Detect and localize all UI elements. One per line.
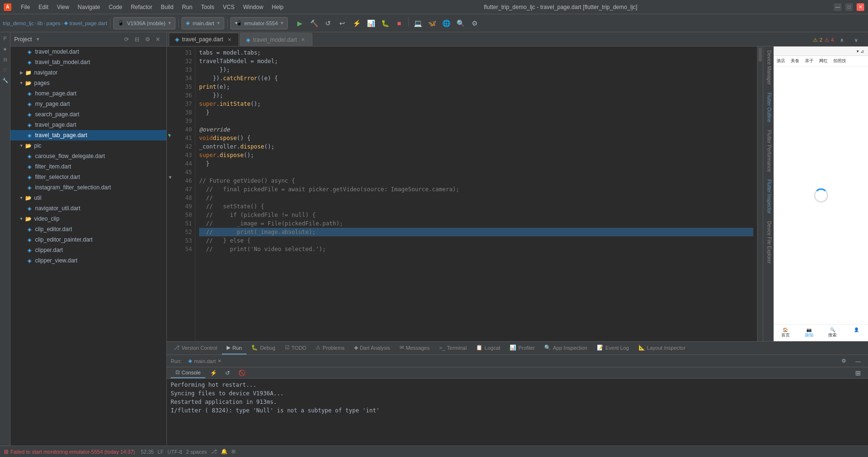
tab-event-log[interactable]: 📝 Event Log — [592, 342, 634, 354]
list-item[interactable]: ◈ filter_selector.dart — [10, 172, 166, 182]
editor-scrollbar[interactable] — [757, 47, 763, 341]
reload-button[interactable]: ↺ — [322, 17, 334, 29]
search-toolbar-button[interactable]: 🔍 — [454, 17, 466, 29]
tab-run[interactable]: ▶ Run — [222, 342, 247, 354]
status-encoding[interactable]: UTF-8 — [167, 449, 182, 455]
run-close-icon[interactable]: ✕ — [218, 358, 221, 364]
tab-travel-model[interactable]: ◈ travel_model.dart ✕ — [240, 33, 313, 46]
device-mgr-button[interactable]: 💻 — [411, 17, 424, 29]
list-item[interactable]: ▼ 📂 video_clip — [10, 214, 166, 224]
status-line-ending[interactable]: LF — [157, 449, 164, 455]
status-indent[interactable]: 2 spaces — [186, 449, 207, 455]
tab-messages[interactable]: ✉ Messages — [395, 342, 434, 354]
build-button[interactable]: 🔨 — [308, 17, 320, 29]
flutter-inspector-panel[interactable]: Flutter Inspector — [763, 176, 773, 217]
nav-search[interactable]: 🔍 搜索 — [821, 325, 845, 341]
console-tab[interactable]: ⊡ Console — [171, 368, 205, 378]
phone-tab[interactable]: 酒店 — [774, 56, 788, 66]
menu-run[interactable]: Run — [178, 3, 196, 11]
menu-view[interactable]: View — [53, 3, 73, 11]
run-settings-btn[interactable]: ⚙ — [838, 355, 850, 367]
debug-button[interactable]: 🐛 — [379, 17, 391, 29]
menu-code[interactable]: Code — [105, 3, 126, 11]
list-item[interactable]: ◈ clipper_view.dart — [10, 255, 166, 266]
maximize-button[interactable]: □ — [845, 3, 853, 11]
device-file-explorer-panel[interactable]: Device File Explorer — [763, 217, 773, 267]
list-item[interactable]: ◈ my_page.dart — [10, 99, 166, 109]
flutter-performance-panel[interactable]: Flutter Performance — [763, 126, 773, 176]
sync-icon[interactable]: ⟳ — [122, 35, 131, 44]
tab-terminal[interactable]: >_ Terminal — [434, 342, 471, 354]
status-position[interactable]: 52:35 — [141, 449, 154, 455]
tab-travel-page[interactable]: ◈ travel_page.dart ✕ — [169, 33, 239, 46]
scrollbar-thumb[interactable] — [758, 47, 762, 62]
flutter-outline-panel[interactable]: Flutter Outline — [763, 89, 773, 126]
settings-panel-icon[interactable]: ⚙ — [143, 35, 152, 44]
tab-dart-analysis[interactable]: ◆ Dart Analysis — [349, 342, 395, 354]
list-item[interactable]: ▶ 📁 navigator — [10, 67, 166, 78]
list-item[interactable]: ◈ travel_page.dart — [10, 120, 166, 130]
minimize-button[interactable]: — — [834, 3, 841, 11]
file-tree[interactable]: ◈ travel_model.dart ◈ travel_tab_model.d… — [10, 47, 166, 446]
reload-console-btn[interactable]: ↺ — [221, 367, 234, 379]
breadcrumb-root[interactable]: trip_demo_ljc — [3, 20, 34, 26]
list-item[interactable]: ◈ travel_tab_model.dart — [10, 57, 166, 67]
collapse-all-icon[interactable]: ⊟ — [132, 35, 142, 44]
tab-version-control[interactable]: ⎇ Version Control — [169, 342, 222, 354]
emulator-selector[interactable]: 📲 emulator-5554 ▾ — [230, 17, 288, 29]
lightning-button[interactable]: ⚡ — [350, 17, 363, 29]
tab-logcat[interactable]: 📋 Logcat — [471, 342, 505, 354]
menu-build[interactable]: Build — [157, 3, 177, 11]
phone-tab[interactable]: 亲子 — [802, 56, 816, 66]
settings-button[interactable]: ⚙ — [468, 17, 481, 29]
menu-vcs[interactable]: VCS — [219, 3, 238, 11]
project-dropdown-icon[interactable]: ▾ — [37, 36, 39, 42]
list-item[interactable]: ◈ filter_item.dart — [10, 161, 166, 172]
menu-help[interactable]: Help — [268, 3, 287, 11]
menu-refactor[interactable]: Refactor — [127, 3, 156, 11]
expand-warnings-btn[interactable]: ∧ — [836, 34, 848, 46]
stop-console-btn[interactable]: 🚫 — [236, 367, 248, 379]
stop-button[interactable]: ■ — [393, 17, 405, 29]
menu-file[interactable]: File — [17, 3, 34, 11]
tab-problems[interactable]: ⚠ Problems — [311, 342, 349, 354]
nav-photo[interactable]: 📷 旅拍 — [797, 325, 821, 341]
list-item[interactable]: ◈ clipper.dart — [10, 245, 166, 255]
list-item[interactable]: ◈ carouse_flow_delegate.dart — [10, 151, 166, 161]
collapse-warnings-btn[interactable]: ∨ — [850, 34, 862, 46]
lightning-console-btn[interactable]: ⚡ — [207, 367, 219, 379]
status-layout-icon[interactable]: ⊞ — [231, 448, 236, 455]
expand-console-btn[interactable]: ⊞ — [852, 367, 864, 379]
run-button[interactable]: ▶ — [293, 17, 306, 29]
status-notifications-icon[interactable]: 🔔 — [221, 448, 228, 455]
structure-icon[interactable]: ⊟ — [1, 55, 9, 64]
phone-tab[interactable]: 网红 — [816, 56, 831, 66]
list-item[interactable]: ◈ clip_editor.dart — [10, 224, 166, 234]
tab-layout-inspector[interactable]: 📐 Layout Inspector — [634, 342, 690, 354]
code-content[interactable]: tabs = model.tabs; travelTabModel = mode… — [195, 47, 757, 341]
tab-close-icon-2[interactable]: ✕ — [300, 37, 306, 43]
breadcrumb-pages[interactable]: pages — [46, 20, 61, 26]
list-item[interactable]: ▼ 📂 pic — [10, 140, 166, 151]
flutter-button[interactable]: 🦋 — [426, 17, 438, 29]
close-button[interactable]: ✕ — [857, 3, 864, 11]
run-minimize-btn[interactable]: — — [852, 355, 864, 367]
build-variants-icon[interactable]: 🔧 — [1, 76, 9, 84]
breadcrumb-filename[interactable]: travel_page.dart — [69, 20, 107, 26]
hide-panel-icon[interactable]: ✕ — [153, 35, 163, 44]
device-manager-panel[interactable]: Device Manager — [763, 47, 773, 89]
project-icon[interactable]: P — [1, 34, 9, 43]
menu-edit[interactable]: Edit — [35, 3, 52, 11]
list-item[interactable]: ◈ navigator_util.dart — [10, 203, 166, 214]
file-selector[interactable]: ◈ main.dart ▾ — [182, 17, 224, 29]
back-button[interactable]: ↩ — [336, 17, 348, 29]
list-item[interactable]: ◈ travel_model.dart — [10, 47, 166, 57]
tab-todo[interactable]: ☑ TODO — [280, 342, 311, 354]
list-item[interactable]: ◈ travel_tab_page.dart — [10, 130, 166, 140]
list-item[interactable]: ◈ instagram_filter_selection.dart — [10, 182, 166, 193]
list-item[interactable]: ◈ clip_editor_painter.dart — [10, 234, 166, 245]
tab-debug[interactable]: 🐛 Debug — [247, 342, 280, 354]
nav-home[interactable]: 🏠 首页 — [774, 325, 797, 341]
status-git-icon[interactable]: ⎇ — [211, 448, 217, 455]
translate-button[interactable]: 🌐 — [440, 17, 452, 29]
